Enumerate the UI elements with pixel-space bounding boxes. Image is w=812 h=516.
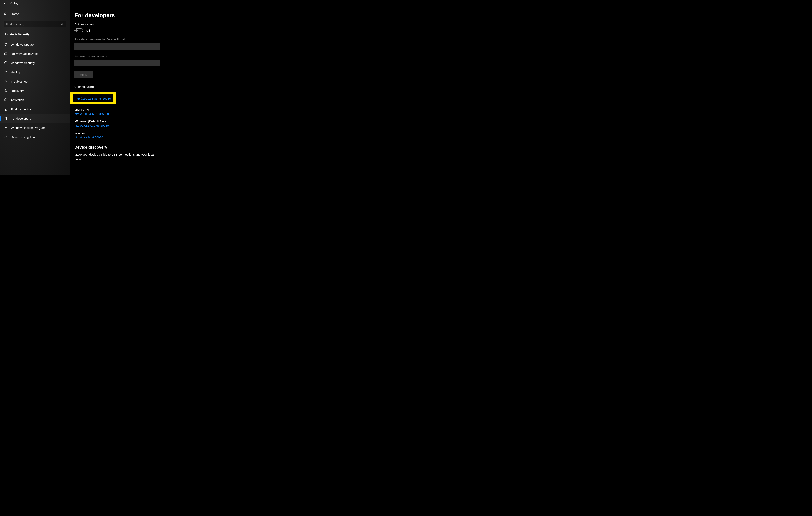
title-bar: Settings bbox=[0, 0, 276, 6]
sidebar-item-delivery-optimization[interactable]: Delivery Optimization bbox=[0, 49, 69, 58]
connection-link[interactable]: http://192.168.86.78:50080 bbox=[75, 97, 111, 100]
sidebar-home[interactable]: Home bbox=[0, 10, 69, 18]
maximize-icon bbox=[261, 2, 263, 4]
svg-point-8 bbox=[5, 109, 6, 110]
search-box[interactable] bbox=[4, 21, 66, 27]
svg-point-9 bbox=[5, 118, 6, 118]
password-label: Password (case sensitive) bbox=[75, 54, 226, 58]
auth-toggle-row: Off bbox=[75, 28, 226, 32]
settings-window: Settings Home bbox=[0, 0, 276, 175]
connect-heading: Connect using: bbox=[75, 85, 226, 88]
username-input[interactable] bbox=[75, 43, 160, 50]
sidebar-item-label: Delivery Optimization bbox=[11, 52, 39, 55]
search-input[interactable] bbox=[6, 22, 61, 26]
svg-point-12 bbox=[6, 127, 7, 128]
clock-back-icon bbox=[4, 89, 8, 92]
window-title: Settings bbox=[10, 2, 19, 5]
connection-name: MSFTVPN bbox=[75, 108, 226, 111]
connection-link[interactable]: http://100.64.69.181:50080 bbox=[75, 112, 111, 116]
connection-block: vEthernet (Default Switch) http://172.17… bbox=[75, 120, 226, 127]
sidebar-item-device-encryption[interactable]: Device encryption bbox=[0, 132, 69, 142]
maximize-button[interactable] bbox=[257, 0, 266, 6]
discovery-description: Make your device visible to USB connecti… bbox=[75, 152, 160, 161]
sidebar-item-windows-security[interactable]: Windows Security bbox=[0, 58, 69, 67]
username-label: Provide a username for Device Portal bbox=[75, 38, 226, 41]
sidebar-nav: Windows Update Delivery Optimization Win… bbox=[0, 40, 69, 142]
connection-name: vEthernet (Default Switch) bbox=[75, 120, 226, 123]
apply-button[interactable]: Apply bbox=[75, 71, 93, 78]
svg-point-10 bbox=[6, 119, 7, 119]
svg-line-5 bbox=[63, 24, 63, 25]
back-button[interactable] bbox=[0, 0, 10, 6]
discovery-heading: Device discovery bbox=[75, 145, 226, 150]
main-panel: For developers Authentication Off Provid… bbox=[69, 0, 276, 175]
minimize-icon bbox=[252, 2, 254, 4]
page-title: For developers bbox=[75, 12, 226, 19]
arrow-up-icon bbox=[4, 70, 8, 74]
sidebar-item-recovery[interactable]: Recovery bbox=[0, 86, 69, 95]
lock-icon bbox=[4, 135, 8, 139]
insider-icon bbox=[4, 126, 8, 129]
sidebar-item-label: Windows Update bbox=[11, 43, 34, 46]
window-controls bbox=[248, 0, 276, 6]
search-icon bbox=[61, 22, 63, 26]
connection-name bbox=[75, 95, 111, 96]
auth-heading: Authentication bbox=[75, 23, 226, 26]
sidebar-item-label: Windows Insider Program bbox=[11, 126, 46, 129]
auth-toggle[interactable] bbox=[75, 28, 83, 32]
sidebar-item-backup[interactable]: Backup bbox=[0, 67, 69, 77]
sidebar-item-label: Find my device bbox=[11, 108, 31, 111]
refresh-icon bbox=[4, 42, 8, 46]
close-icon bbox=[270, 2, 272, 4]
sidebar-item-troubleshoot[interactable]: Troubleshoot bbox=[0, 77, 69, 86]
highlighted-connection: http://192.168.86.78:50080 bbox=[70, 92, 116, 104]
sidebar-item-label: Troubleshoot bbox=[11, 80, 28, 83]
connection-link[interactable]: http://172.17.32.65:50080 bbox=[75, 124, 109, 127]
shield-icon bbox=[4, 61, 8, 65]
home-icon bbox=[4, 12, 8, 16]
sidebar-item-windows-insider[interactable]: Windows Insider Program bbox=[0, 123, 69, 132]
content: For developers Authentication Off Provid… bbox=[69, 10, 231, 168]
sidebar-item-label: Recovery bbox=[11, 89, 24, 92]
sidebar-item-label: Activation bbox=[11, 98, 24, 102]
svg-point-4 bbox=[61, 23, 63, 24]
sidebar-item-for-developers[interactable]: For developers bbox=[0, 114, 69, 123]
close-button[interactable] bbox=[266, 0, 276, 6]
sidebar-category: Update & Security bbox=[0, 29, 69, 38]
svg-point-11 bbox=[5, 127, 6, 128]
connection-block: localhost http://localhost:50080 bbox=[75, 131, 226, 139]
connection-block: MSFTVPN http://100.64.69.181:50080 bbox=[75, 108, 226, 116]
password-input[interactable] bbox=[75, 60, 160, 66]
sidebar-item-label: Backup bbox=[11, 70, 21, 74]
sidebar-item-activation[interactable]: Activation bbox=[0, 95, 69, 104]
auth-toggle-state: Off bbox=[86, 29, 90, 32]
sidebar-item-find-my-device[interactable]: Find my device bbox=[0, 104, 69, 114]
sidebar-item-label: For developers bbox=[11, 117, 31, 120]
delivery-icon bbox=[4, 52, 8, 55]
sidebar-item-label: Windows Security bbox=[11, 61, 35, 65]
sidebar-item-label: Device encryption bbox=[11, 135, 35, 139]
search-container bbox=[0, 18, 69, 29]
sidebar: Home Update & Security Windows Update bbox=[0, 0, 69, 175]
sidebar-home-label: Home bbox=[11, 12, 19, 16]
svg-rect-1 bbox=[261, 3, 262, 4]
arrow-left-icon bbox=[3, 2, 6, 5]
connection-link[interactable]: http://localhost:50080 bbox=[75, 135, 103, 139]
svg-rect-13 bbox=[5, 137, 7, 138]
connection-name: localhost bbox=[75, 131, 226, 135]
svg-point-7 bbox=[5, 99, 7, 101]
location-icon bbox=[4, 108, 8, 111]
sliders-icon bbox=[4, 117, 8, 120]
wrench-icon bbox=[4, 80, 8, 83]
check-circle-icon bbox=[4, 98, 8, 102]
sidebar-item-windows-update[interactable]: Windows Update bbox=[0, 40, 69, 49]
minimize-button[interactable] bbox=[248, 0, 257, 6]
